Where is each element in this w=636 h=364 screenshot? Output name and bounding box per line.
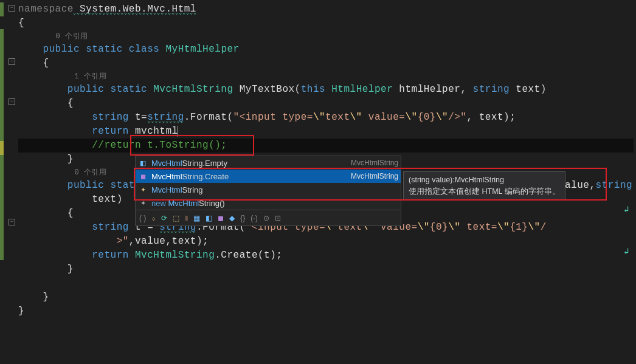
class-name: MyHtmlHelper	[165, 44, 239, 55]
wrap-indicator-icon: ↲	[624, 204, 629, 215]
intellisense-item[interactable]: ✦ MvcHtmlString	[136, 183, 401, 196]
intellisense-item[interactable]: ◧ MvcHtmlString.Empty MvcHtmlString	[136, 156, 401, 170]
filter-icon[interactable]: ( )	[139, 214, 146, 222]
namespace-name: System.Web.Mvc.Html	[74, 4, 196, 15]
typed-text: mvchtml	[129, 126, 178, 137]
field-icon: ◧	[138, 158, 148, 168]
method-icon: ◼	[138, 171, 148, 181]
snippet-icon: ✦	[138, 198, 148, 208]
filter-icon[interactable]: ⬚	[173, 214, 179, 222]
tooltip-description: 使用指定文本值创建 HTML 编码的字符串。	[409, 186, 560, 197]
filter-icon[interactable]: ▦	[193, 214, 200, 222]
brace: {	[18, 18, 24, 29]
filter-icon[interactable]: ⫴	[185, 214, 188, 222]
filter-icon[interactable]: ⊙	[263, 214, 269, 222]
intellisense-item-selected[interactable]: ◼ MvcHtmlString.Create MvcHtmlString	[136, 170, 401, 183]
codelens-references[interactable]: 0 个引用	[74, 168, 106, 177]
filter-icon[interactable]: ◆	[229, 214, 235, 222]
filter-icon[interactable]: (·)	[251, 214, 257, 222]
filter-icon[interactable]: ◧	[206, 214, 212, 222]
intellisense-item[interactable]: ✦ new MvcHtmlString()	[136, 196, 401, 210]
filter-icon[interactable]: ⬨	[151, 214, 156, 222]
comment: //return t.ToString();	[92, 140, 227, 151]
filter-icon[interactable]: ⊡	[275, 214, 281, 222]
keyword-namespace: namespace	[18, 4, 74, 15]
filter-icon[interactable]: ⟳	[161, 214, 167, 222]
class-icon: ✦	[138, 185, 148, 194]
codelens-references[interactable]: 1 个引用	[74, 72, 106, 81]
codelens-references[interactable]: 0 个引用	[56, 32, 88, 41]
text-cursor	[178, 126, 178, 137]
filter-icon[interactable]: ◼	[218, 214, 224, 222]
wrap-indicator-icon: ↲	[624, 246, 629, 256]
method-name: MyTextBox	[240, 84, 295, 95]
intellisense-popup[interactable]: ◧ MvcHtmlString.Empty MvcHtmlString ◼ Mv…	[135, 156, 401, 226]
intellisense-filter-bar[interactable]: ( ) ⬨ ⟳ ⬚ ⫴ ▦ ◧ ◼ ◆ {} (·) ⊙ ⊡	[136, 210, 401, 225]
filter-icon[interactable]: {}	[240, 214, 245, 222]
string-literal: "<input type=\"text\" value=\"{0}\"/>"	[233, 112, 467, 123]
signature-tooltip: (string value):MvcHtmlString 使用指定文本值创建 H…	[403, 171, 565, 201]
tooltip-signature: (string value):MvcHtmlString	[409, 174, 560, 186]
